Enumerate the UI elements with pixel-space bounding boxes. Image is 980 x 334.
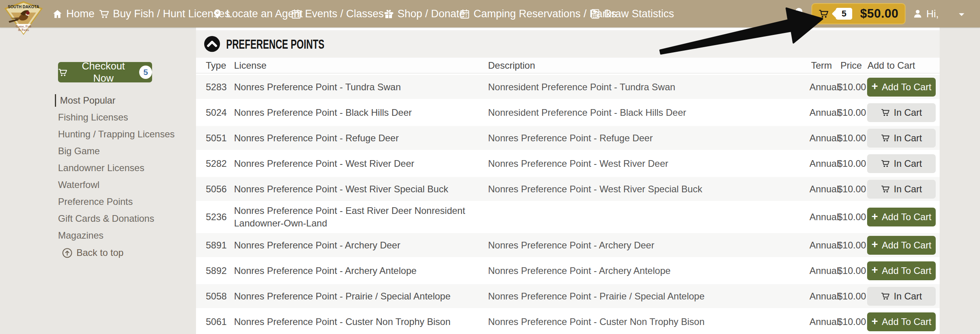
back-to-top-label: Back to top: [76, 247, 123, 258]
plus-icon: +: [871, 316, 878, 327]
nav-item-shop-donate[interactable]: Shop / Donate: [383, 0, 465, 27]
row-type: 5061: [206, 316, 227, 327]
table-row: 5024 Nonres Preference Point - Black Hil…: [196, 100, 940, 124]
row-description: Nonresident Preference Point - Black Hil…: [488, 107, 794, 118]
sidebar-item-magazines[interactable]: Magazines: [58, 229, 103, 242]
table-row: 5056 Nonres Preference Point - West Rive…: [196, 177, 940, 201]
in-cart-button[interactable]: In Cart: [867, 154, 936, 173]
calendar-icon: [291, 9, 301, 19]
nav-item-events-classes[interactable]: Events / Classes: [291, 0, 395, 27]
sidebar-item-hunting-trapping-licenses[interactable]: Hunting / Trapping Licenses: [58, 128, 175, 141]
add-to-cart-button[interactable]: +Add To Cart: [867, 312, 936, 331]
back-to-top-link[interactable]: Back to top: [62, 247, 123, 258]
row-term: Annual: [809, 265, 839, 276]
row-description: Nonres Preference Point - Archery Antelo…: [488, 265, 794, 276]
cart-icon: [881, 133, 890, 142]
checkout-now-button[interactable]: Checkout Now 5: [58, 62, 152, 82]
row-description: Nonresident Preference Point - Tundra Sw…: [488, 82, 794, 93]
cart-icon: [881, 108, 890, 117]
table-header: Type License Description Term Price Add …: [196, 58, 940, 73]
cart-icon: [881, 184, 890, 193]
row-price: $10.00: [837, 184, 866, 195]
row-price: $10.00: [837, 212, 866, 223]
col-header-type: Type: [206, 60, 226, 71]
row-price: $10.00: [837, 265, 866, 276]
in-cart-button[interactable]: In Cart: [867, 103, 936, 122]
row-description: Nonres Preference Point - Refuge Deer: [488, 133, 794, 144]
table-row: 5051 Nonres Preference Point - Refuge De…: [196, 126, 940, 150]
row-license: Nonres Preference Point - Archery Antelo…: [234, 264, 488, 277]
cart-icon: [99, 9, 109, 19]
section-header: PREFERENCE POINTS: [196, 30, 940, 58]
row-price: $10.00: [837, 316, 866, 327]
row-term: Annual: [809, 212, 839, 223]
plus-icon: +: [871, 239, 878, 250]
sidebar-item-big-game[interactable]: Big Game: [58, 145, 100, 157]
add-to-cart-button[interactable]: +Add To Cart: [867, 261, 936, 280]
col-header-license: License: [234, 60, 267, 71]
in-cart-button[interactable]: In Cart: [867, 287, 936, 306]
row-description: Nonres Preference Point - Prairie / Spec…: [488, 291, 794, 302]
table-row: 5892 Nonres Preference Point - Archery A…: [196, 259, 940, 283]
row-type: 5024: [206, 107, 227, 118]
col-header-term: Term: [811, 60, 832, 71]
in-cart-button[interactable]: In Cart: [867, 180, 936, 199]
sidebar-item-waterfowl[interactable]: Waterfowl: [58, 179, 100, 191]
cart-icon: [881, 292, 890, 301]
row-type: 5891: [206, 240, 227, 251]
add-to-cart-button[interactable]: +Add To Cart: [867, 236, 936, 255]
plus-icon: +: [871, 81, 878, 92]
add-to-cart-button[interactable]: +Add To Cart: [867, 208, 936, 226]
table-row: 5058 Nonres Preference Point - Prairie /…: [196, 284, 940, 308]
person-icon: [913, 9, 923, 19]
row-price: $10.00: [837, 291, 866, 302]
table-row: 5282 Nonres Preference Point - West Rive…: [196, 151, 940, 175]
row-term: Annual: [809, 316, 839, 327]
row-license: Nonres Preference Point - Black Hills De…: [234, 106, 488, 119]
row-license: Nonres Preference Point - Prairie / Spec…: [234, 290, 488, 302]
sd-gfp-logo[interactable]: SOUTH DAKOTA Game, Fish & Parks: [3, 1, 44, 35]
checkout-count-badge: 5: [139, 66, 152, 79]
row-license: Nonres Preference Point - Archery Deer: [234, 239, 488, 251]
user-menu-chevron-down-icon[interactable]: [957, 10, 966, 17]
add-to-cart-button[interactable]: +Add To Cart: [867, 78, 936, 97]
sidebar-item-preference-points[interactable]: Preference Points: [58, 195, 133, 208]
nav-item-home[interactable]: Home: [52, 0, 94, 27]
nav-item-locate-agent[interactable]: Locate an Agent: [212, 0, 303, 27]
logo-state-text: SOUTH DAKOTA: [8, 5, 39, 9]
map-pin-icon: [212, 9, 223, 19]
user-menu[interactable]: Hi,: [913, 0, 939, 27]
row-price: $10.00: [837, 133, 866, 144]
plus-icon: +: [871, 265, 878, 276]
cart-summary-button[interactable]: 5 $50.00: [811, 3, 906, 24]
row-type: 5058: [206, 291, 227, 302]
nav-item-draw-statistics[interactable]: Draw Statistics: [590, 0, 674, 27]
checkout-label: Checkout Now: [71, 60, 135, 84]
row-type: 5283: [206, 82, 227, 93]
gift-icon: [383, 9, 394, 19]
row-type: 5892: [206, 265, 227, 276]
calculator-icon: [590, 9, 601, 19]
row-price: $10.00: [837, 240, 866, 251]
sidebar-item-fishing-licenses[interactable]: Fishing Licenses: [58, 111, 128, 124]
cart-count-badge: 5: [836, 8, 852, 20]
table-body: 5283 Nonres Preference Point - Tundra Sw…: [196, 75, 940, 334]
sidebar-item-most-popular[interactable]: Most Popular: [55, 94, 115, 107]
top-navbar: Home Buy Fish / Hunt Licenses Locate an …: [0, 0, 980, 27]
sidebar-item-landowner-licenses[interactable]: Landowner Licenses: [58, 162, 144, 174]
row-license: Nonres Preference Point - West River Spe…: [234, 183, 488, 195]
col-header-add-to-cart: Add to Cart: [867, 60, 915, 71]
collapse-chevron-up-icon[interactable]: [203, 35, 221, 53]
row-license: Nonres Preference Point - East River Dee…: [234, 204, 488, 230]
row-price: $10.00: [837, 82, 866, 93]
table-row: 5283 Nonres Preference Point - Tundra Sw…: [196, 75, 940, 99]
greeting-text: Hi,: [926, 8, 939, 20]
table-row: 5891 Nonres Preference Point - Archery D…: [196, 233, 940, 257]
sidebar-item-gift-cards-donations[interactable]: Gift Cards & Donations: [58, 212, 154, 225]
notifications-bell-icon[interactable]: [792, 7, 806, 21]
row-type: 5056: [206, 184, 227, 195]
preference-points-panel: PREFERENCE POINTS Type License Descripti…: [196, 27, 940, 334]
in-cart-button[interactable]: In Cart: [867, 129, 936, 148]
row-term: Annual: [809, 133, 839, 144]
nav-item-buy-licenses[interactable]: Buy Fish / Hunt Licenses: [99, 0, 230, 27]
